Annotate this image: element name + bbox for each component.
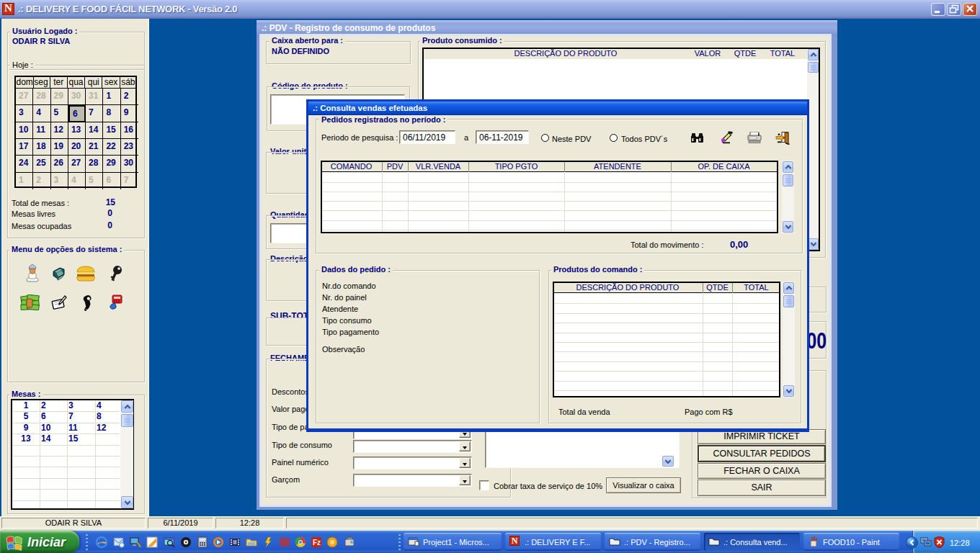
svg-text:e: e (99, 538, 102, 547)
svg-text:Fz: Fz (313, 539, 321, 547)
